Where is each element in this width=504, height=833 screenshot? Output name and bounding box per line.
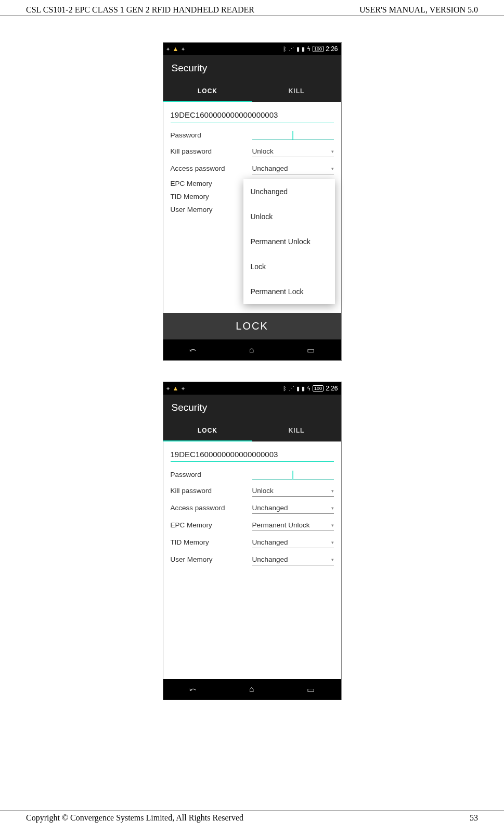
kill-password-row: Kill password Unlock ▾ [171, 485, 334, 497]
sim-icon: ▮ [296, 46, 300, 53]
popup-option-permanent-lock[interactable]: Permanent Lock [243, 279, 335, 304]
nav-bar: ⤺ ⌂ ▭ [163, 339, 341, 360]
dropdown-popup: Unchanged Unlock Permanent Unlock Lock P… [243, 179, 335, 304]
tid-memory-row: TID Memory Unchanged ▾ [171, 536, 334, 548]
popup-option-label: Unlock [251, 212, 273, 221]
password-input[interactable]: | [252, 469, 334, 479]
warning-icon: ▲ [173, 385, 179, 392]
sim-icon: ▮ [296, 385, 300, 392]
signal-icon: ▮ [302, 385, 305, 392]
popup-option-unlock[interactable]: Unlock [243, 204, 335, 229]
tab-lock[interactable]: LOCK [163, 81, 252, 102]
home-icon[interactable]: ⌂ [249, 685, 254, 694]
access-password-value: Unchanged [252, 504, 288, 512]
tab-lock-label: LOCK [198, 427, 217, 434]
doc-header: CSL CS101-2 EPC CLASS 1 GEN 2 RFID HANDH… [0, 0, 504, 16]
kill-password-select[interactable]: Unlock ▾ [252, 485, 334, 497]
tid-memory-value: Unchanged [252, 538, 288, 546]
chevron-down-icon: ▾ [331, 488, 334, 494]
password-row: Password | [171, 130, 334, 140]
tab-bar: LOCK KILL [163, 81, 341, 102]
kill-password-label: Kill password [171, 487, 252, 495]
footer-page-number: 53 [470, 813, 478, 823]
wifi-icon: ⋰ [289, 385, 294, 392]
password-row: Password | [171, 469, 334, 479]
popup-option-lock[interactable]: Lock [243, 254, 335, 279]
epc-memory-select[interactable]: Permanent Unlock ▾ [252, 519, 334, 531]
user-memory-label: User Memory [171, 556, 252, 563]
tab-lock-label: LOCK [198, 87, 217, 95]
action-title: Security [172, 402, 208, 413]
action-bar: Security [163, 55, 341, 81]
epc-input[interactable]: 19DEC1600000000000000003 [171, 447, 334, 462]
kill-password-select[interactable]: Unlock ▾ [252, 145, 334, 157]
header-left: CSL CS101-2 EPC CLASS 1 GEN 2 RFID HANDH… [26, 5, 254, 15]
chevron-down-icon: ▾ [331, 557, 334, 562]
access-password-select[interactable]: Unchanged ▾ [252, 162, 334, 174]
kill-password-value: Unlock [252, 487, 274, 495]
access-password-select[interactable]: Unchanged ▾ [252, 502, 334, 514]
user-memory-row: User Memory Unchanged ▾ [171, 553, 334, 565]
action-bar: Security [163, 395, 341, 421]
popup-option-unchanged[interactable]: Unchanged [243, 179, 335, 204]
chevron-down-icon: ▾ [331, 506, 334, 511]
status-right: ᛒ ⋰ ▮ ▮ ϟ 100 2:26 [283, 45, 338, 53]
header-right: USER'S MANUAL, VERSION 5.0 [359, 5, 478, 15]
charging-icon: ϟ [307, 385, 311, 392]
popup-option-label: Permanent Lock [251, 287, 304, 296]
bug-icon: ⌖ [166, 46, 170, 53]
bug2-icon: ⌖ [182, 46, 185, 53]
user-memory-select[interactable]: Unchanged ▾ [252, 553, 334, 565]
wifi-icon: ⋰ [289, 46, 294, 53]
home-icon[interactable]: ⌂ [249, 345, 254, 355]
access-password-row: Access password Unchanged ▾ [171, 162, 334, 174]
warning-icon: ▲ [173, 45, 179, 53]
access-password-value: Unchanged [252, 165, 288, 172]
status-time: 2:26 [326, 385, 338, 392]
recent-apps-icon[interactable]: ▭ [307, 685, 315, 695]
chevron-down-icon: ▾ [331, 149, 334, 154]
access-password-label: Access password [171, 165, 252, 172]
epc-value: 19DEC1600000000000000003 [171, 450, 278, 459]
screenshots-container: ⌖ ▲ ⌖ ᛒ ⋰ ▮ ▮ ϟ 100 2:26 Security LOCK K… [0, 42, 504, 700]
bug-icon: ⌖ [166, 385, 170, 392]
signal-icon: ▮ [302, 46, 305, 53]
password-label: Password [171, 471, 252, 478]
password-input[interactable]: | [252, 130, 334, 140]
back-icon[interactable]: ⤺ [189, 345, 196, 355]
popup-option-label: Permanent Unlock [251, 237, 311, 246]
content: 19DEC1600000000000000003 Password | Kill… [163, 102, 341, 313]
action-title: Security [172, 62, 208, 73]
status-left: ⌖ ▲ ⌖ [166, 385, 185, 392]
tab-kill[interactable]: KILL [252, 421, 341, 441]
phone-screenshot-2: ⌖ ▲ ⌖ ᛒ ⋰ ▮ ▮ ϟ 100 2:26 Security LOCK K… [163, 382, 342, 700]
epc-memory-label: EPC Memory [171, 521, 252, 529]
text-cursor-icon: | [292, 130, 294, 141]
tab-kill-label: KILL [289, 427, 305, 434]
bug2-icon: ⌖ [182, 385, 185, 392]
epc-memory-row: EPC Memory Permanent Unlock ▾ [171, 519, 334, 531]
epc-input[interactable]: 19DEC1600000000000000003 [171, 107, 334, 122]
tab-lock[interactable]: LOCK [163, 421, 252, 441]
lock-button[interactable]: LOCK [163, 313, 341, 339]
kill-password-value: Unlock [252, 147, 274, 155]
content: 19DEC1600000000000000003 Password | Kill… [163, 441, 341, 679]
password-label: Password [171, 131, 252, 139]
status-time: 2:26 [326, 45, 338, 53]
back-icon[interactable]: ⤺ [189, 685, 196, 695]
status-bar: ⌖ ▲ ⌖ ᛒ ⋰ ▮ ▮ ϟ 100 2:26 [163, 382, 341, 395]
battery-level: 100 [313, 385, 324, 392]
chevron-down-icon: ▾ [331, 166, 334, 171]
epc-memory-value: Permanent Unlock [252, 521, 310, 529]
battery-level: 100 [313, 46, 324, 52]
tid-memory-select[interactable]: Unchanged ▾ [252, 536, 334, 548]
charging-icon: ϟ [307, 46, 311, 53]
tab-kill[interactable]: KILL [252, 81, 341, 102]
bluetooth-icon: ᛒ [283, 46, 287, 52]
user-memory-value: Unchanged [252, 556, 288, 563]
popup-option-permanent-unlock[interactable]: Permanent Unlock [243, 229, 335, 254]
phone-screenshot-1: ⌖ ▲ ⌖ ᛒ ⋰ ▮ ▮ ϟ 100 2:26 Security LOCK K… [163, 42, 342, 361]
chevron-down-icon: ▾ [331, 540, 334, 545]
recent-apps-icon[interactable]: ▭ [307, 345, 315, 355]
bluetooth-icon: ᛒ [283, 385, 287, 392]
